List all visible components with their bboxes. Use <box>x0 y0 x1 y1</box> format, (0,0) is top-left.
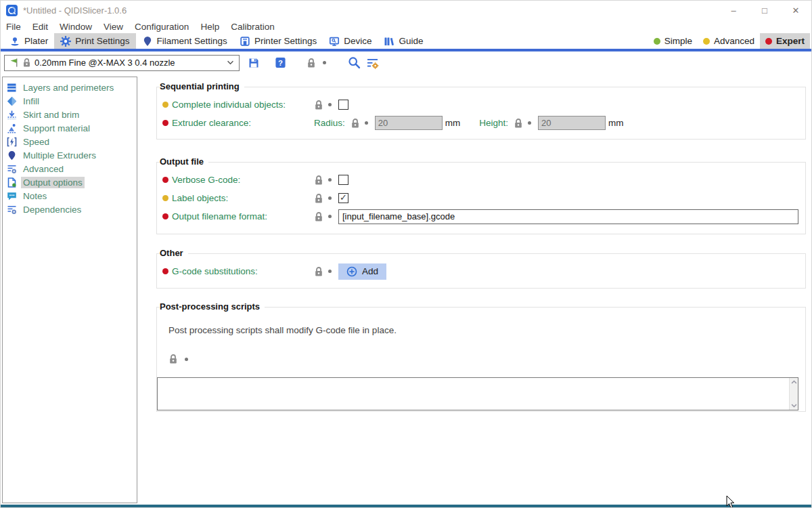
tab-plater[interactable]: Plater <box>3 33 54 49</box>
settings-page-output-options: Sequential printing Complete individual … <box>156 74 806 507</box>
printer-icon <box>240 36 250 47</box>
tab-filament-settings[interactable]: Filament Settings <box>136 33 233 49</box>
mode-expert[interactable]: Expert <box>760 33 810 49</box>
label-objects-checkbox[interactable] <box>338 193 348 203</box>
menu-calibration[interactable]: Calibration <box>231 22 275 32</box>
textarea-scrollbar[interactable] <box>789 378 798 410</box>
maximize-button[interactable]: □ <box>749 1 780 20</box>
layers-icon <box>7 83 17 93</box>
bottom-accent-bar <box>1 505 811 507</box>
plater-icon <box>9 36 20 47</box>
section-title: Sequential printing <box>160 81 244 91</box>
option-row-extruder-clearance: Extruder clearance: Radius: mm Height: m… <box>157 114 805 132</box>
search-button[interactable] <box>348 54 361 72</box>
mode-label: Expert <box>776 36 805 46</box>
chevron-down-icon[interactable] <box>227 60 234 65</box>
sidebar-item-infill[interactable]: Infill <box>3 94 137 108</box>
mode-label: Simple <box>664 36 692 46</box>
mode-dot-icon <box>162 177 168 183</box>
sidebar-item-multiple-extruders[interactable]: Multiple Extruders <box>3 148 137 162</box>
section-sequential-printing: Sequential printing Complete individual … <box>156 87 806 140</box>
sidebar-item-notes[interactable]: Notes <box>3 189 137 203</box>
mouse-cursor <box>726 496 736 508</box>
tab-print-settings[interactable]: Print Settings <box>54 33 135 49</box>
tab-device[interactable]: Device <box>323 33 378 49</box>
height-label: Height: <box>479 118 508 128</box>
advanced-dot-icon <box>703 38 710 45</box>
lock-icon[interactable] <box>314 211 323 222</box>
menu-file[interactable]: File <box>6 22 21 32</box>
gear-icon <box>60 36 71 47</box>
filament-icon <box>142 36 153 47</box>
help-button[interactable]: ? <box>275 54 286 72</box>
output-options-icon <box>7 177 17 188</box>
lock-icon[interactable] <box>314 100 323 110</box>
qidislicer-logo-icon <box>6 5 18 16</box>
tab-printer-settings[interactable]: Printer Settings <box>233 33 323 49</box>
lock-icon[interactable] <box>351 118 360 129</box>
lock-icon[interactable] <box>514 118 523 129</box>
option-row-verbose-gcode: Verbose G-code: <box>157 171 805 189</box>
title-bar: *Untitled - QIDISlicer-1.0.6 – □ ✕ <box>1 1 811 20</box>
bullet-dot-icon <box>365 121 368 125</box>
guide-icon <box>384 36 394 47</box>
menu-edit[interactable]: Edit <box>32 22 48 32</box>
bullet-dot-icon <box>328 196 332 200</box>
sidebar-item-layers-and-perimeters[interactable]: Layers and perimeters <box>3 81 137 94</box>
lock-icon[interactable] <box>314 266 323 277</box>
option-row-complete-individual-objects: Complete individual objects: <box>157 96 805 114</box>
option-label: G-code substitutions: <box>172 266 314 276</box>
compare-settings-icon <box>366 57 379 69</box>
help-icon: ? <box>275 57 286 68</box>
mode-dot-icon <box>162 195 168 201</box>
bullet-dot-icon <box>323 61 326 64</box>
menu-help[interactable]: Help <box>200 22 219 32</box>
lock-icon[interactable] <box>168 354 178 364</box>
section-title: Other <box>160 248 188 258</box>
flag-icon <box>9 58 19 68</box>
sidebar-item-output-options[interactable]: Output options <box>3 175 137 189</box>
post-processing-scripts-textarea[interactable] <box>158 378 789 410</box>
bullet-dot-icon <box>328 215 332 218</box>
minimize-button[interactable]: – <box>718 1 749 20</box>
add-substitution-button[interactable]: Add <box>338 263 386 280</box>
menu-window[interactable]: Window <box>60 22 92 32</box>
sidebar-item-advanced[interactable]: Advanced <box>3 162 137 175</box>
mode-advanced[interactable]: Advanced <box>698 33 760 49</box>
device-icon <box>329 36 340 47</box>
lock-toggle-button[interactable] <box>307 54 316 72</box>
section-output-file: Output file Verbose G-code: Label object… <box>156 162 806 234</box>
scroll-up-icon[interactable] <box>791 380 797 384</box>
lock-icon[interactable] <box>314 193 323 204</box>
close-button[interactable]: ✕ <box>780 1 811 20</box>
menu-configuration[interactable]: Configuration <box>135 22 189 32</box>
preset-combobox[interactable]: 0.20mm Fine @X-MAX 3 0.4 nozzle <box>4 55 240 71</box>
app-window: *Untitled - QIDISlicer-1.0.6 – □ ✕ File … <box>0 0 812 508</box>
extruder-clearance-radius-input <box>375 116 443 130</box>
content-area: Layers and perimeters Infill Skirt and b… <box>1 74 811 507</box>
sidebar-item-dependencies[interactable]: Dependencies <box>3 203 137 216</box>
sidebar-item-speed[interactable]: Speed <box>3 135 137 148</box>
compare-settings-button[interactable] <box>366 54 379 72</box>
complete-individual-objects-checkbox[interactable] <box>338 100 348 110</box>
option-row-label-objects: Label objects: <box>157 189 805 207</box>
option-label: Extruder clearance: <box>172 118 314 128</box>
save-preset-button[interactable] <box>248 54 260 72</box>
lock-icon[interactable] <box>314 175 323 186</box>
verbose-gcode-checkbox[interactable] <box>338 175 348 185</box>
add-button-label: Add <box>362 266 378 276</box>
save-icon <box>248 57 260 69</box>
tab-label: Filament Settings <box>157 36 227 46</box>
simple-dot-icon <box>654 38 660 45</box>
sidebar-item-skirt-and-brim[interactable]: Skirt and brim <box>3 108 137 121</box>
scroll-down-icon[interactable] <box>791 404 797 408</box>
option-label: Output filename format: <box>172 211 314 221</box>
mode-simple[interactable]: Simple <box>648 33 698 49</box>
menu-bar: File Edit Window View Configuration Help… <box>1 20 811 33</box>
menu-view[interactable]: View <box>104 22 123 32</box>
sidebar-item-support-material[interactable]: Support material <box>3 121 137 135</box>
unit-label: mm <box>608 118 624 128</box>
output-filename-format-input[interactable] <box>338 209 798 224</box>
tab-guide[interactable]: Guide <box>378 33 429 49</box>
option-row-output-filename-format: Output filename format: <box>157 207 805 226</box>
